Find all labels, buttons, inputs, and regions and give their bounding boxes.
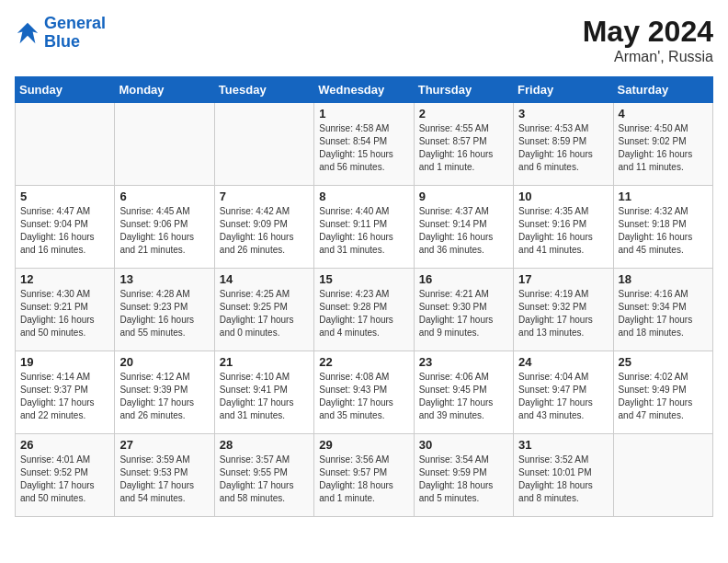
calendar-cell: 19Sunrise: 4:14 AM Sunset: 9:37 PM Dayli… xyxy=(16,351,115,434)
day-info: Sunrise: 4:19 AM Sunset: 9:32 PM Dayligh… xyxy=(518,288,608,339)
weekday-header: Saturday xyxy=(613,77,712,103)
day-number: 15 xyxy=(319,272,408,286)
day-number: 6 xyxy=(119,190,209,203)
day-number: 26 xyxy=(20,438,109,452)
calendar-cell: 11Sunrise: 4:32 AM Sunset: 9:18 PM Dayli… xyxy=(613,186,712,269)
calendar-cell: 31Sunrise: 3:52 AM Sunset: 10:01 PM Dayl… xyxy=(514,434,613,517)
logo: General Blue xyxy=(15,15,106,52)
day-number: 25 xyxy=(619,355,708,369)
calendar-cell: 5Sunrise: 4:47 AM Sunset: 9:04 PM Daylig… xyxy=(16,186,115,269)
calendar-cell: 23Sunrise: 4:06 AM Sunset: 9:45 PM Dayli… xyxy=(414,351,513,434)
day-number: 11 xyxy=(619,190,708,203)
day-number: 4 xyxy=(619,107,708,121)
calendar-week-row: 19Sunrise: 4:14 AM Sunset: 9:37 PM Dayli… xyxy=(16,351,713,434)
day-info: Sunrise: 4:10 AM Sunset: 9:41 PM Dayligh… xyxy=(220,371,309,422)
calendar-cell: 18Sunrise: 4:16 AM Sunset: 9:34 PM Dayli… xyxy=(613,269,712,351)
day-number: 16 xyxy=(419,272,508,286)
day-info: Sunrise: 4:28 AM Sunset: 9:23 PM Dayligh… xyxy=(119,288,209,339)
logo-icon xyxy=(15,20,40,46)
calendar-cell: 20Sunrise: 4:12 AM Sunset: 9:39 PM Dayli… xyxy=(115,351,214,434)
day-info: Sunrise: 3:52 AM Sunset: 10:01 PM Daylig… xyxy=(518,454,608,505)
calendar-cell: 26Sunrise: 4:01 AM Sunset: 9:52 PM Dayli… xyxy=(16,434,115,517)
day-number: 29 xyxy=(319,438,408,452)
day-info: Sunrise: 3:54 AM Sunset: 9:59 PM Dayligh… xyxy=(419,454,508,505)
day-number: 19 xyxy=(20,355,109,369)
day-number: 14 xyxy=(220,272,309,286)
day-number: 8 xyxy=(319,190,408,203)
day-number: 7 xyxy=(220,190,309,203)
calendar-cell: 28Sunrise: 3:57 AM Sunset: 9:55 PM Dayli… xyxy=(214,434,313,517)
calendar-cell: 17Sunrise: 4:19 AM Sunset: 9:32 PM Dayli… xyxy=(514,269,613,351)
day-info: Sunrise: 4:08 AM Sunset: 9:43 PM Dayligh… xyxy=(319,371,408,422)
calendar-cell: 13Sunrise: 4:28 AM Sunset: 9:23 PM Dayli… xyxy=(115,269,214,351)
calendar-week-row: 5Sunrise: 4:47 AM Sunset: 9:04 PM Daylig… xyxy=(16,186,713,269)
day-number: 21 xyxy=(220,355,309,369)
calendar-header-row: SundayMondayTuesdayWednesdayThursdayFrid… xyxy=(16,77,713,103)
weekday-header: Thursday xyxy=(414,77,513,103)
day-info: Sunrise: 3:59 AM Sunset: 9:53 PM Dayligh… xyxy=(119,454,209,505)
day-info: Sunrise: 4:45 AM Sunset: 9:06 PM Dayligh… xyxy=(119,205,209,257)
day-info: Sunrise: 3:57 AM Sunset: 9:55 PM Dayligh… xyxy=(220,454,309,505)
calendar-cell xyxy=(115,103,214,186)
calendar-week-row: 26Sunrise: 4:01 AM Sunset: 9:52 PM Dayli… xyxy=(16,434,713,517)
day-number: 3 xyxy=(518,107,608,121)
day-info: Sunrise: 4:21 AM Sunset: 9:30 PM Dayligh… xyxy=(419,288,508,339)
weekday-header: Monday xyxy=(115,77,214,103)
day-info: Sunrise: 4:58 AM Sunset: 8:54 PM Dayligh… xyxy=(319,122,408,174)
calendar-table: SundayMondayTuesdayWednesdayThursdayFrid… xyxy=(15,76,713,517)
calendar-cell: 9Sunrise: 4:37 AM Sunset: 9:14 PM Daylig… xyxy=(414,186,513,269)
calendar-cell: 7Sunrise: 4:42 AM Sunset: 9:09 PM Daylig… xyxy=(214,186,313,269)
day-info: Sunrise: 4:14 AM Sunset: 9:37 PM Dayligh… xyxy=(20,371,109,422)
day-number: 1 xyxy=(319,107,408,121)
calendar-cell: 30Sunrise: 3:54 AM Sunset: 9:59 PM Dayli… xyxy=(414,434,513,517)
calendar-cell: 29Sunrise: 3:56 AM Sunset: 9:57 PM Dayli… xyxy=(314,434,414,517)
day-number: 18 xyxy=(619,272,708,286)
day-info: Sunrise: 4:30 AM Sunset: 9:21 PM Dayligh… xyxy=(20,288,109,339)
calendar-cell: 24Sunrise: 4:04 AM Sunset: 9:47 PM Dayli… xyxy=(514,351,613,434)
day-number: 22 xyxy=(319,355,408,369)
day-info: Sunrise: 4:53 AM Sunset: 8:59 PM Dayligh… xyxy=(518,122,608,174)
day-number: 31 xyxy=(518,438,608,452)
day-info: Sunrise: 4:01 AM Sunset: 9:52 PM Dayligh… xyxy=(20,454,109,505)
calendar-cell: 27Sunrise: 3:59 AM Sunset: 9:53 PM Dayli… xyxy=(115,434,214,517)
weekday-header: Wednesday xyxy=(314,77,414,103)
day-number: 23 xyxy=(419,355,508,369)
day-info: Sunrise: 4:40 AM Sunset: 9:11 PM Dayligh… xyxy=(319,205,408,257)
calendar-week-row: 1Sunrise: 4:58 AM Sunset: 8:54 PM Daylig… xyxy=(16,103,713,186)
calendar-cell: 15Sunrise: 4:23 AM Sunset: 9:28 PM Dayli… xyxy=(314,269,414,351)
day-number: 27 xyxy=(119,438,209,452)
weekday-header: Sunday xyxy=(16,77,115,103)
day-info: Sunrise: 4:32 AM Sunset: 9:18 PM Dayligh… xyxy=(619,205,708,257)
day-info: Sunrise: 4:25 AM Sunset: 9:25 PM Dayligh… xyxy=(220,288,309,339)
calendar-body: 1Sunrise: 4:58 AM Sunset: 8:54 PM Daylig… xyxy=(16,103,713,517)
calendar-cell xyxy=(214,103,313,186)
day-info: Sunrise: 4:50 AM Sunset: 9:02 PM Dayligh… xyxy=(619,122,708,174)
calendar-cell: 25Sunrise: 4:02 AM Sunset: 9:49 PM Dayli… xyxy=(613,351,712,434)
calendar-cell: 4Sunrise: 4:50 AM Sunset: 9:02 PM Daylig… xyxy=(613,103,712,186)
weekday-header: Friday xyxy=(514,77,613,103)
day-info: Sunrise: 4:42 AM Sunset: 9:09 PM Dayligh… xyxy=(220,205,309,257)
day-number: 24 xyxy=(518,355,608,369)
calendar-cell: 2Sunrise: 4:55 AM Sunset: 8:57 PM Daylig… xyxy=(414,103,513,186)
calendar-cell xyxy=(16,103,115,186)
calendar-cell: 6Sunrise: 4:45 AM Sunset: 9:06 PM Daylig… xyxy=(115,186,214,269)
day-number: 9 xyxy=(419,190,508,203)
day-number: 10 xyxy=(518,190,608,203)
calendar-cell: 8Sunrise: 4:40 AM Sunset: 9:11 PM Daylig… xyxy=(314,186,414,269)
day-info: Sunrise: 4:37 AM Sunset: 9:14 PM Dayligh… xyxy=(419,205,508,257)
calendar-cell: 21Sunrise: 4:10 AM Sunset: 9:41 PM Dayli… xyxy=(214,351,313,434)
day-info: Sunrise: 4:12 AM Sunset: 9:39 PM Dayligh… xyxy=(119,371,209,422)
title-area: May 2024 Arman', Russia xyxy=(583,15,713,65)
calendar-cell: 3Sunrise: 4:53 AM Sunset: 8:59 PM Daylig… xyxy=(514,103,613,186)
calendar-cell: 22Sunrise: 4:08 AM Sunset: 9:43 PM Dayli… xyxy=(314,351,414,434)
day-number: 2 xyxy=(419,107,508,121)
day-info: Sunrise: 4:06 AM Sunset: 9:45 PM Dayligh… xyxy=(419,371,508,422)
day-number: 12 xyxy=(20,272,109,286)
svg-marker-0 xyxy=(17,23,38,43)
calendar-cell: 16Sunrise: 4:21 AM Sunset: 9:30 PM Dayli… xyxy=(414,269,513,351)
page-header: General Blue May 2024 Arman', Russia xyxy=(15,15,713,65)
calendar-cell: 10Sunrise: 4:35 AM Sunset: 9:16 PM Dayli… xyxy=(514,186,613,269)
day-info: Sunrise: 4:55 AM Sunset: 8:57 PM Dayligh… xyxy=(419,122,508,174)
day-number: 20 xyxy=(119,355,209,369)
location: Arman', Russia xyxy=(583,49,713,65)
